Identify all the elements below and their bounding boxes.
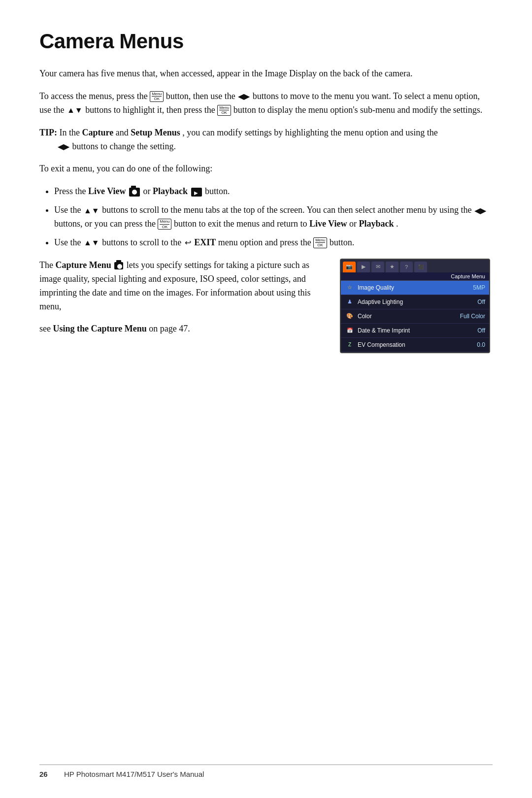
live-view-label-1: Live View: [88, 186, 126, 196]
capture-camera-icon: [114, 262, 123, 269]
screen-row-3: 🎨 Color Full Color: [341, 309, 489, 324]
row-value-quality: 5MP: [473, 284, 485, 291]
intro-paragraph-2: To access the menus, press the Menu OK b…: [39, 90, 493, 117]
menu-ok-button-icon-4: Menu OK: [313, 237, 327, 248]
row-value-date: Off: [477, 327, 485, 334]
screen-row-5: Z EV Compensation 0.0: [341, 338, 489, 352]
exit-options-list: Press the Live View or Playback button. …: [39, 185, 493, 250]
camera-screen: 📷 ▶ ✉ ★ ? ⬛ Capture Menu ☆ Image Quality…: [340, 259, 490, 353]
tip-block: TIP: In the Capture and Setup Menus , yo…: [39, 126, 493, 154]
screen-tabs: 📷 ▶ ✉ ★ ? ⬛: [341, 260, 489, 272]
left-right-arrow-icon: ◀▶: [238, 91, 250, 103]
tab-star: ★: [386, 262, 399, 272]
up-down-arrows-3: ▲▼: [84, 237, 100, 249]
menu-ok-button-icon: Menu OK: [150, 91, 164, 102]
row-icon-color: 🎨: [345, 311, 355, 321]
screen-row-4: 📅 Date & Time Imprint Off: [341, 324, 489, 338]
playback-label-1: Playback: [153, 186, 188, 196]
up-down-arrow-icon: ▲▼: [67, 104, 83, 117]
exit-arrow-icon: ↩: [185, 237, 191, 249]
row-label-date: Date & Time Imprint: [358, 327, 477, 334]
left-right-arrows-tip: ◀▶: [58, 141, 69, 153]
camera-icon: [129, 188, 140, 197]
playback-label-2: Playback: [359, 219, 394, 229]
row-icon-quality: ☆: [345, 283, 355, 293]
tab-other: ⬛: [414, 262, 427, 272]
bullet-3: Use the ▲▼ buttons to scroll to the ↩ EX…: [54, 236, 493, 250]
tab-capture: 📷: [343, 262, 356, 272]
capture-menu-label: Capture: [82, 128, 113, 137]
tab-help: ?: [400, 262, 413, 272]
capture-menu-link: Using the Capture Menu: [53, 324, 146, 333]
bullet-2: Use the ▲▼ buttons to scroll to the menu…: [54, 203, 493, 231]
capture-section: The Capture Menu lets you specify settin…: [39, 259, 493, 353]
row-label-quality: Image Quality: [358, 284, 473, 291]
menu-ok-button-icon-3: Menu OK: [158, 219, 171, 230]
row-value-ev: 0.0: [477, 341, 485, 348]
exit-label: EXIT: [194, 237, 216, 247]
page-title: Camera Menus: [39, 30, 493, 53]
footer-title: HP Photosmart M417/M517 User's Manual: [64, 770, 493, 778]
bullet-1: Press the Live View or Playback button.: [54, 185, 493, 199]
row-icon-ev: Z: [345, 340, 355, 350]
playback-icon: [191, 188, 202, 197]
setup-menus-label: Setup Menus: [131, 128, 180, 137]
up-down-arrows-2: ▲▼: [84, 205, 100, 217]
row-icon-lighting: ♟: [345, 297, 355, 307]
capture-menu-screenshot: 📷 ▶ ✉ ★ ? ⬛ Capture Menu ☆ Image Quality…: [340, 259, 493, 353]
capture-description: The Capture Menu lets you specify settin…: [39, 259, 330, 345]
row-label-ev: EV Compensation: [358, 341, 477, 348]
row-value-lighting: Off: [477, 299, 485, 305]
tip-label: TIP:: [39, 128, 57, 137]
left-right-arrows-2: ◀▶: [474, 205, 486, 217]
row-icon-date: 📅: [345, 326, 355, 335]
screen-row-1: ☆ Image Quality 5MP: [341, 281, 489, 295]
exit-intro: To exit a menu, you can do one of the fo…: [39, 162, 493, 176]
capture-menu-bold: Capture Menu: [55, 260, 111, 270]
row-value-color: Full Color: [460, 313, 485, 320]
row-label-lighting: Adaptive Lighting: [358, 299, 477, 305]
footer: 26 HP Photosmart M417/M517 User's Manual: [39, 765, 493, 778]
screen-row-2: ♟ Adaptive Lighting Off: [341, 295, 489, 309]
tab-playback: ▶: [357, 262, 370, 272]
tip-indent: ◀▶ buttons to change the setting.: [39, 140, 493, 154]
screen-header: Capture Menu: [341, 272, 489, 281]
live-view-label-2: Live View: [309, 219, 347, 229]
tab-email: ✉: [371, 262, 384, 272]
menu-ok-button-icon-2: Menu OK: [217, 105, 231, 116]
row-label-color: Color: [358, 313, 460, 320]
footer-page-number: 26: [39, 770, 54, 778]
intro-paragraph-1: Your camera has five menus that, when ac…: [39, 67, 493, 81]
